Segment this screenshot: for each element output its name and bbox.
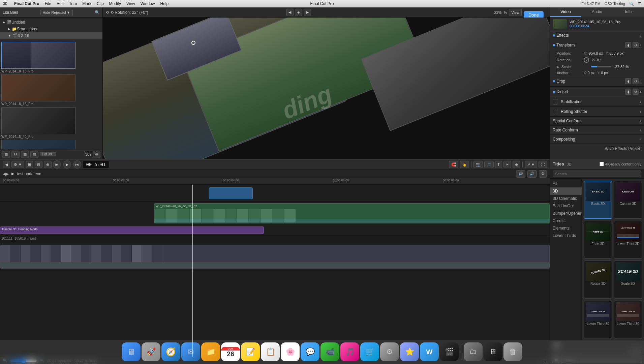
expand-btn[interactable]: ▶ (6, 172, 9, 176)
effects-header[interactable]: ■ Effects › (550, 31, 644, 40)
skimmer-btn[interactable]: 👆 (460, 161, 469, 168)
keyframe-btn[interactable]: ⧫ (625, 42, 631, 48)
dock-photos[interactable]: 🌸 (281, 342, 300, 361)
magnet-btn[interactable]: 🧲 (449, 161, 458, 168)
menu-clip[interactable]: Clip (97, 1, 104, 6)
title-scale3d[interactable]: SCALE 3D Scale 3D (614, 261, 642, 299)
dock-finder3[interactable]: 🗂 (464, 342, 483, 361)
reset-btn[interactable]: ◈ (295, 9, 302, 16)
clip-tool-3[interactable]: ⊕ (44, 161, 52, 168)
next-frame-btn[interactable]: ▶ (304, 9, 311, 16)
dock-safari[interactable]: 🧭 (161, 342, 180, 361)
menu-final-cut-pro[interactable]: Final Cut Pro (14, 1, 39, 6)
crop-keyframe-btn[interactable]: ⧫ (625, 78, 631, 84)
title-720a[interactable]: Lower Third 30 Lower Third 30 (584, 301, 612, 339)
cat-lower-thirds[interactable]: Lower Thirds (550, 232, 582, 239)
tools-btn4[interactable]: ✂ (503, 161, 511, 168)
title-basic3d[interactable]: BASIC 3D Basic 3D (584, 181, 612, 219)
clip-thumb-1[interactable] (1, 74, 75, 101)
menu-view[interactable]: View (126, 1, 135, 6)
go-to-start-btn[interactable]: ⏮ (53, 160, 61, 169)
cat-build-inout[interactable]: Build In/Out (550, 202, 582, 210)
distort-header[interactable]: ■ Distort ⧫ ↺ › (550, 87, 644, 97)
crop-reset-btn[interactable]: ↺ (633, 78, 639, 84)
menu-edit[interactable]: Edit (57, 1, 64, 6)
dock-itunes2[interactable]: 🖥 (484, 342, 502, 361)
tab-info[interactable]: Info (613, 7, 644, 17)
rolling-shutter-checkbox[interactable] (553, 109, 558, 114)
menu-mark[interactable]: Mark (82, 1, 91, 6)
title-rotate3d[interactable]: ROTATE 3D Rotate 3D (584, 261, 612, 299)
stabilization-header[interactable]: Stabilization › (550, 97, 644, 107)
tab-audio[interactable]: Audio (581, 7, 613, 17)
dock-messages[interactable]: 💬 (301, 342, 319, 361)
rate-conform-header[interactable]: Rate Conform › (550, 126, 644, 134)
connected-clip-block[interactable] (209, 187, 253, 199)
clip-item-3[interactable]: WP_2014...0_46_Pro (1, 140, 101, 149)
reset-transform-btn[interactable]: ↺ (633, 42, 639, 48)
dock-trash[interactable]: 🗑 (503, 342, 522, 361)
title-720b[interactable]: Lower Third 30 Lower Third 30 (614, 301, 642, 339)
dock-notes[interactable]: 📝 (241, 342, 260, 361)
grid-btn2[interactable]: ▦ (21, 151, 29, 158)
dock-calendar[interactable]: JUN 26 (221, 342, 240, 361)
dock-word[interactable]: W (420, 342, 439, 361)
timeline-back-btn[interactable]: ◀ (3, 161, 10, 168)
spatial-conform-header[interactable]: Spatial Conform › (550, 117, 644, 125)
scale-expand[interactable]: ▶ (557, 65, 559, 69)
timeline-zoom-in[interactable]: 🔊 (527, 170, 537, 178)
title-custom3d[interactable]: CUSTOM Custom 3D (614, 181, 642, 219)
clip-tool-1[interactable]: ⊞ (26, 161, 33, 168)
arrow-tool-btn[interactable]: ↗ ▼ (525, 161, 537, 168)
menu-modify[interactable]: Modify (109, 1, 121, 6)
tools-btn5[interactable]: ⊕ (513, 161, 520, 168)
menubar-search-icon[interactable]: 🔍 (629, 2, 634, 6)
dock-finder2[interactable]: 📁 (201, 342, 220, 361)
list-btn[interactable]: ▤ (30, 151, 38, 158)
stabilization-checkbox[interactable] (553, 99, 558, 104)
cat-bumper-opener[interactable]: Bumper/Opener (550, 210, 582, 217)
cat-credits[interactable]: Credits (550, 217, 582, 224)
cat-all[interactable]: All (550, 180, 582, 187)
distort-keyframe-btn[interactable]: ⧫ (625, 89, 631, 95)
dock-finder[interactable]: 🖥 (122, 342, 141, 361)
view-btn[interactable]: View (509, 9, 522, 16)
menu-file[interactable]: File (45, 1, 51, 6)
timeline-zoom-out[interactable]: 🔊 (516, 170, 525, 178)
timeline-settings-btn[interactable]: ⚙ ▼ (11, 161, 24, 168)
search-icon[interactable]: 🔍 (95, 10, 100, 15)
apple-menu[interactable]: ⌘ (3, 1, 7, 6)
tools-btn1[interactable]: 📷 (473, 161, 483, 168)
main-video-clip[interactable]: WP_20141030_16_32_29_Pro (154, 203, 550, 223)
play-btn[interactable]: ▶ (63, 160, 71, 169)
clip-item-1[interactable]: WP_2014...8_16_Pro (1, 74, 101, 106)
tools-btn3[interactable]: T (495, 161, 502, 168)
clip-thumb-3[interactable] (1, 140, 75, 149)
dock-reminders[interactable]: 📋 (261, 342, 280, 361)
dock-launchpad[interactable]: 🚀 (142, 342, 160, 361)
menu-window[interactable]: Window (141, 1, 155, 6)
tab-video[interactable]: Video (550, 7, 581, 17)
crop-header[interactable]: ■ Crop ⧫ ↺ › (550, 76, 644, 86)
dock-mail[interactable]: ✉ (181, 342, 200, 361)
cat-3d-cinematic[interactable]: 3D Cinematic (550, 195, 582, 202)
tree-item-6-3-16[interactable]: ▼ 🎬 6-3-16 (0, 32, 102, 39)
menu-trim[interactable]: Trim (69, 1, 77, 6)
menubar-menu-icon[interactable]: ☰ (638, 2, 641, 6)
save-effects-preset-btn[interactable]: Save Effects Preset (605, 146, 640, 151)
collapse-btn[interactable]: ◀ (3, 172, 6, 176)
go-to-end-btn[interactable]: ⏭ (73, 160, 81, 169)
distort-reset-btn[interactable]: ↺ (633, 89, 639, 95)
tools-btn2[interactable]: 🎵 (484, 161, 494, 168)
clip-item-0[interactable]: WP_2014...8_13_Pro (1, 42, 101, 73)
title-lowerthird3d[interactable]: Lower Third 3D Lower Third 3D (614, 221, 642, 259)
rolling-shutter-header[interactable]: Rolling Shutter › (550, 107, 644, 116)
fullscreen-btn[interactable]: ⛶ (539, 161, 547, 168)
dock-facetime[interactable]: 📹 (320, 342, 339, 361)
clip-thumb-0[interactable] (1, 42, 75, 69)
hide-rejected-btn[interactable]: Hide Rejected ▼ (40, 9, 73, 16)
dock-iwork[interactable]: ⭐ (400, 342, 419, 361)
dock-finalcut[interactable]: 🎬 (440, 342, 459, 361)
tree-item-untitled[interactable]: ▶ 🎬 Untitled (0, 19, 102, 26)
clip-tool-2[interactable]: ⊟ (35, 161, 42, 168)
